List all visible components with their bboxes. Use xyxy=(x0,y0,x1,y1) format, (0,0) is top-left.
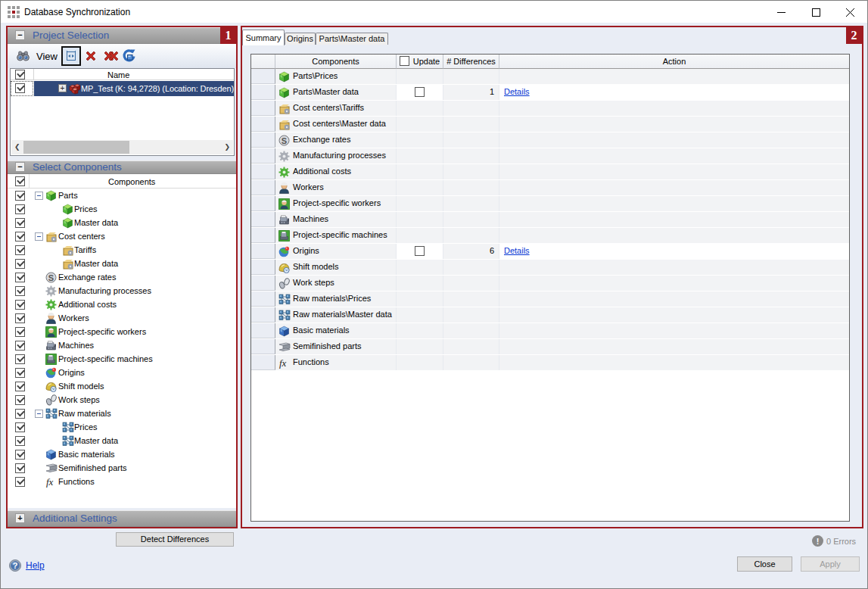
svg-text:!: ! xyxy=(817,537,820,546)
svg-text:?: ? xyxy=(13,561,18,570)
svg-text:S: S xyxy=(48,273,54,282)
svg-text:S: S xyxy=(282,136,287,145)
svg-text:fx: fx xyxy=(46,476,54,488)
svg-text:fx: fx xyxy=(279,357,287,369)
